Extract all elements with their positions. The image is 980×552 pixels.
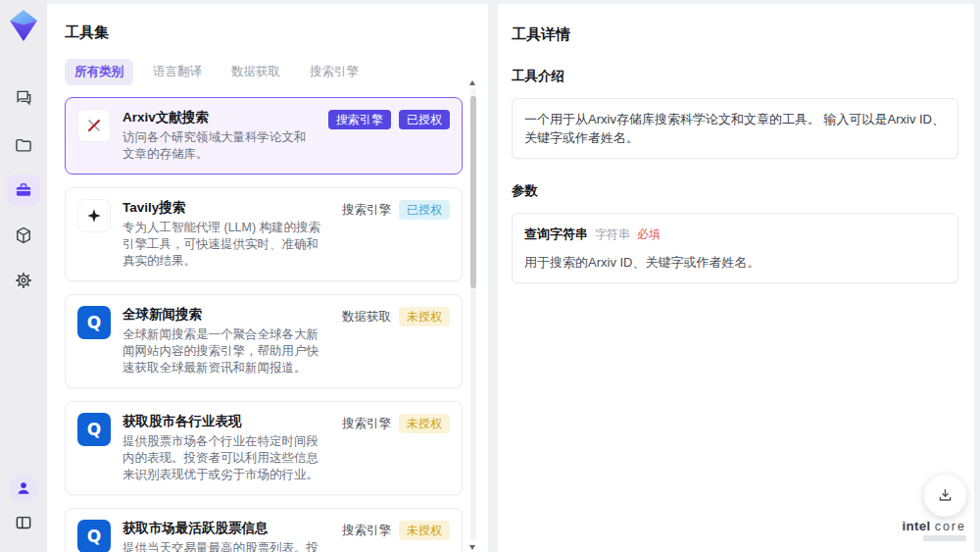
brand-ultra-bar — [923, 535, 966, 541]
intro-heading: 工具介绍 — [512, 68, 958, 85]
sidebar-item-chat[interactable] — [7, 82, 40, 114]
cube-icon — [14, 226, 33, 245]
intel-core-logo: intelcore — [902, 519, 966, 541]
sidebar-item-toolbox-active[interactable] — [7, 175, 40, 206]
tool-card-arxiv[interactable]: Arxiv文献搜索 访问各个研究领域大量科学论文和文章的存储库。 搜索引擎 已授… — [65, 97, 463, 175]
user-icon — [14, 478, 33, 498]
tool-name: Tavily搜索 — [122, 199, 330, 216]
tab-search-engine[interactable]: 搜索引擎 — [300, 59, 368, 85]
sidebar-item-account[interactable] — [9, 474, 38, 503]
brand-intel-text: intel — [902, 519, 930, 533]
layout-panel-icon — [14, 513, 33, 532]
tool-description: 提供股票市场各个行业在特定时间段内的表现。投资者可以利用这些信息来识别表现优于或… — [122, 433, 330, 483]
auth-status-badge: 已授权 — [399, 200, 450, 220]
category-label: 搜索引擎 — [342, 202, 391, 219]
tool-list-panel: 工具集 所有类别 语言翻译 数据获取 搜索引擎 Arxiv文献搜索 访问各个研究… — [47, 4, 488, 552]
download-button[interactable] — [924, 475, 966, 517]
tab-language-translation[interactable]: 语言翻译 — [143, 59, 212, 85]
auth-status-badge: 未授权 — [399, 307, 450, 326]
tab-all-categories[interactable]: 所有类别 — [65, 59, 133, 85]
tool-card-most-active-stocks[interactable]: Q 获取市场最活跃股票信息 提供当天交易量最高的股票列表。投资者可以利用这些信息… — [65, 508, 463, 552]
list-scrollbar[interactable] — [470, 88, 476, 541]
page-title: 工具集 — [65, 24, 470, 42]
auth-status-badge: 未授权 — [399, 414, 450, 433]
category-badge: 搜索引擎 — [328, 110, 391, 129]
tool-description: 专为人工智能代理 (LLM) 构建的搜索引擎工具，可快速提供实时、准确和真实的结… — [122, 220, 330, 270]
tool-name: 全球新闻搜索 — [122, 306, 330, 323]
intro-text: 一个用于从Arxiv存储库搜索科学论文和文章的工具。 输入可以是Arxiv ID… — [524, 112, 945, 145]
param-name: 查询字符串 — [524, 225, 588, 243]
category-label: 搜索引擎 — [342, 416, 391, 432]
sparkle-icon — [77, 199, 111, 232]
app-logo-icon — [7, 8, 40, 43]
sidebar-item-settings[interactable] — [7, 265, 40, 296]
tool-name: Arxiv文献搜索 — [122, 109, 317, 125]
briefcase-icon — [14, 180, 33, 200]
tool-name: 获取股市各行业表现 — [122, 413, 330, 429]
gear-icon — [14, 271, 33, 290]
arxiv-chi-icon — [77, 109, 111, 142]
intro-box: 一个用于从Arxiv存储库搜索科学论文和文章的工具。 输入可以是Arxiv ID… — [512, 98, 958, 159]
tool-card-global-news[interactable]: Q 全球新闻搜索 全球新闻搜索是一个聚合全球各大新闻网站内容的搜索引擎，帮助用户… — [65, 294, 463, 388]
scroll-down-arrow-icon[interactable] — [469, 545, 475, 550]
param-description: 用于搜索的Arxiv ID、关键字或作者姓名。 — [524, 253, 946, 272]
tool-card-sector-performance[interactable]: Q 获取股市各行业表现 提供股票市场各个行业在特定时间段内的表现。投资者可以利用… — [65, 401, 463, 495]
news-q-icon: Q — [77, 306, 111, 339]
auth-status-badge: 未授权 — [399, 521, 450, 540]
download-icon — [936, 486, 955, 505]
tool-name: 获取市场最活跃股票信息 — [122, 520, 330, 536]
folder-icon — [14, 135, 33, 155]
sidebar — [0, 0, 47, 552]
detail-title: 工具详情 — [512, 25, 958, 44]
tool-description: 提供当天交易量最高的股票列表。投资者可以利用这些信息来识别流动性强的股票和潜在的… — [122, 540, 330, 552]
tool-card-list: Arxiv文献搜索 访问各个研究领域大量科学论文和文章的存储库。 搜索引擎 已授… — [65, 97, 463, 552]
news-q-icon: Q — [77, 413, 111, 446]
category-label: 数据获取 — [342, 309, 391, 326]
tool-card-tavily[interactable]: Tavily搜索 专为人工智能代理 (LLM) 构建的搜索引擎工具，可快速提供实… — [65, 187, 463, 281]
news-q-icon: Q — [77, 520, 111, 552]
param-type: 字符串 — [595, 226, 630, 244]
category-label: 搜索引擎 — [342, 523, 391, 539]
param-required-flag: 必填 — [637, 226, 661, 244]
scrollbar-thumb[interactable] — [470, 96, 476, 288]
params-heading: 参数 — [512, 182, 958, 200]
tool-description: 访问各个研究领域大量科学论文和文章的存储库。 — [122, 129, 317, 163]
sidebar-item-models[interactable] — [7, 220, 40, 251]
chat-icon — [14, 88, 33, 108]
sidebar-item-files[interactable] — [7, 129, 40, 161]
auth-status-badge: 已授权 — [399, 110, 450, 129]
scroll-up-arrow-icon[interactable] — [469, 80, 475, 85]
sidebar-item-collapse[interactable] — [7, 507, 40, 538]
brand-core-text: core — [935, 520, 966, 533]
category-tabs: 所有类别 语言翻译 数据获取 搜索引擎 — [65, 59, 470, 85]
tab-data-acquisition[interactable]: 数据获取 — [221, 59, 290, 85]
param-card: 查询字符串 字符串 必填 用于搜索的Arxiv ID、关键字或作者姓名。 — [512, 213, 958, 283]
tool-description: 全球新闻搜索是一个聚合全球各大新闻网站内容的搜索引擎，帮助用户快速获取全球最新资… — [122, 326, 330, 376]
tool-detail-panel: 工具详情 工具介绍 一个用于从Arxiv存储库搜索科学论文和文章的工具。 输入可… — [498, 4, 974, 552]
